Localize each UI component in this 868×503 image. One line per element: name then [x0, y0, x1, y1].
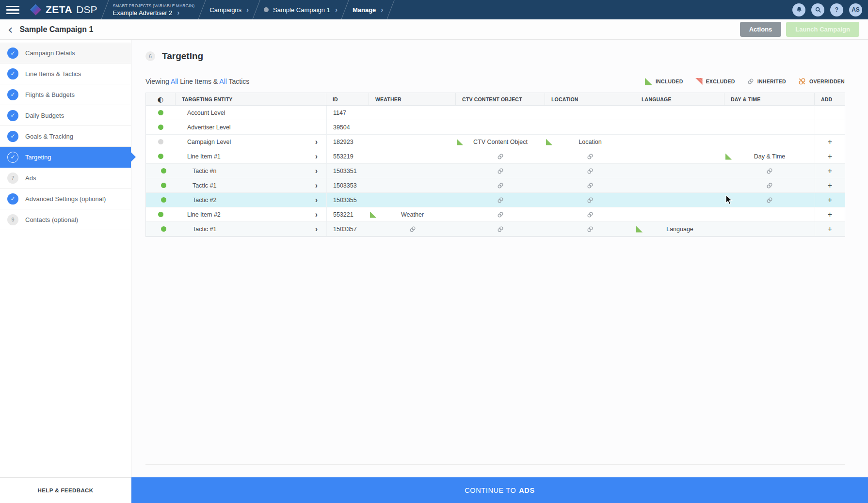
breadcrumb-item-campaigns[interactable]: Campaigns›: [202, 0, 256, 19]
id-cell: 1503353: [326, 178, 369, 192]
sidebar-item-flights-budgets[interactable]: ✓Flights & Budgets: [0, 84, 131, 105]
search-button[interactable]: [811, 3, 824, 16]
expand-chevron-icon[interactable]: ›: [315, 197, 318, 203]
status-dot: [158, 154, 163, 159]
add-plus-icon[interactable]: +: [828, 138, 832, 146]
sidebar-item-label: Flights & Budgets: [25, 91, 75, 98]
weather-cell: [369, 149, 456, 163]
check-circle-icon: ✓: [7, 110, 18, 121]
help-button[interactable]: ?: [830, 3, 843, 16]
status-cell: [146, 120, 176, 134]
link-icon: [766, 182, 773, 189]
breadcrumb-item-manage[interactable]: Manage›: [345, 0, 390, 19]
sidebar-item-goals-tracking[interactable]: ✓Goals & Tracking: [0, 126, 131, 147]
sidebar-item-targeting[interactable]: ✓Targeting: [0, 147, 131, 168]
notifications-button[interactable]: [792, 3, 805, 16]
ctv-cell: [456, 222, 545, 236]
add-plus-icon[interactable]: +: [828, 181, 832, 190]
daytime-cell: [724, 120, 815, 134]
status-dot: [158, 125, 163, 130]
expand-chevron-icon[interactable]: ›: [315, 168, 318, 174]
add-cell[interactable]: +: [815, 222, 845, 236]
daytime-cell: [724, 164, 815, 178]
daytime-cell: [724, 135, 815, 149]
sidebar-item-label: Ads: [25, 174, 36, 182]
ctv-cell: [456, 149, 545, 163]
all-line-items-link[interactable]: All: [171, 78, 178, 85]
add-cell[interactable]: +: [815, 178, 845, 192]
inherited-icon: [747, 78, 754, 85]
sidebar-item-contacts-optional[interactable]: 9Contacts (optional): [0, 209, 131, 230]
breadcrumb: SMART PROJECTS (VARIABLE MARGIN)Example …: [105, 0, 391, 19]
language-cell: [635, 193, 724, 207]
language-cell: [635, 120, 724, 134]
avatar-initials: AS: [852, 6, 860, 13]
viewing-middle: Line Items &: [180, 78, 218, 85]
targeting-value-label: CTV Content Object: [473, 139, 528, 145]
add-plus-icon[interactable]: +: [828, 210, 832, 219]
link-icon: [747, 78, 754, 85]
breadcrumb-item-example-advertiser-2[interactable]: SMART PROJECTS (VARIABLE MARGIN)Example …: [105, 0, 202, 19]
weather-cell: [369, 106, 456, 120]
table-row-account-level-1147: Account Level1147: [146, 106, 845, 120]
expand-chevron-icon[interactable]: ›: [315, 212, 318, 218]
help-feedback-button[interactable]: HELP & FEEDBACK: [0, 477, 131, 503]
actions-button[interactable]: Actions: [740, 22, 782, 37]
add-cell[interactable]: +: [815, 193, 845, 207]
top-nav: ZETA DSP SMART PROJECTS (VARIABLE MARGIN…: [0, 0, 868, 19]
app-root: ZETA DSP SMART PROJECTS (VARIABLE MARGIN…: [0, 0, 868, 503]
status-dot: [158, 110, 163, 115]
id-cell: 1147: [326, 106, 369, 120]
add-plus-icon[interactable]: +: [828, 167, 832, 175]
status-dot: [158, 139, 163, 144]
status-cell: [146, 149, 176, 163]
step-number-badge: 6: [145, 51, 155, 61]
legend-label: OVERRIDDEN: [809, 79, 845, 84]
add-cell[interactable]: +: [815, 164, 845, 178]
add-plus-icon[interactable]: +: [828, 152, 832, 161]
chevron-right-icon: ›: [177, 10, 179, 15]
section-title: Targeting: [162, 51, 203, 62]
location-cell: [545, 106, 635, 120]
ctv-cell: [456, 106, 545, 120]
expand-chevron-icon[interactable]: ›: [315, 226, 318, 232]
entity-label: Line Item #2: [187, 211, 221, 218]
ctv-cell: [456, 178, 545, 192]
sidebar-item-label: Line Items & Tactics: [25, 70, 81, 78]
link-icon: [766, 168, 773, 174]
all-tactics-link[interactable]: All: [219, 78, 227, 85]
brand-suffix: DSP: [76, 4, 97, 16]
id-value: 1147: [333, 110, 346, 116]
sidebar-item-daily-budgets[interactable]: ✓Daily Budgets: [0, 105, 131, 126]
add-cell[interactable]: +: [815, 135, 845, 149]
nav-icons: ? AS: [792, 3, 862, 16]
back-button[interactable]: ‹: [8, 25, 13, 34]
add-plus-icon[interactable]: +: [828, 225, 832, 234]
avatar[interactable]: AS: [849, 3, 862, 16]
breadcrumb-item-sample-campaign-1[interactable]: Sample Campaign 1›: [257, 0, 345, 19]
sidebar-item-label: Targeting: [25, 154, 51, 161]
expand-chevron-icon[interactable]: ›: [315, 139, 318, 145]
sidebar-item-ads[interactable]: 7Ads: [0, 168, 131, 189]
expand-chevron-icon[interactable]: ›: [315, 183, 318, 189]
inherited-link-icon: [497, 211, 504, 218]
daytime-cell: [724, 207, 815, 221]
add-cell[interactable]: +: [815, 207, 845, 221]
continue-to-ads-button[interactable]: CONTINUE TO ADS: [131, 477, 868, 503]
sidebar-item-campaign-details[interactable]: ✓Campaign Details: [0, 43, 131, 63]
sidebar-item-line-items-tactics[interactable]: ✓Line Items & Tactics: [0, 63, 131, 84]
menu-icon[interactable]: [6, 6, 19, 14]
link-icon: [587, 168, 594, 174]
expand-chevron-icon[interactable]: ›: [315, 154, 318, 159]
add-plus-icon[interactable]: +: [828, 196, 832, 204]
brand-name: ZETA: [46, 4, 72, 16]
brand-logo[interactable]: ZETA DSP: [30, 4, 97, 16]
entity-cell: Campaign Level›: [176, 135, 326, 149]
column-header-ctv-content-object: CTV CONTENT OBJECT: [456, 93, 545, 105]
launch-campaign-button[interactable]: Launch Campaign: [786, 22, 859, 37]
legend-label: INCLUDED: [656, 79, 683, 84]
add-cell[interactable]: +: [815, 149, 845, 163]
help-icon: ?: [835, 6, 838, 13]
inherited-link-icon: [766, 182, 773, 189]
sidebar-item-advanced-settings-optional[interactable]: ✓Advanced Settings (optional): [0, 189, 131, 209]
